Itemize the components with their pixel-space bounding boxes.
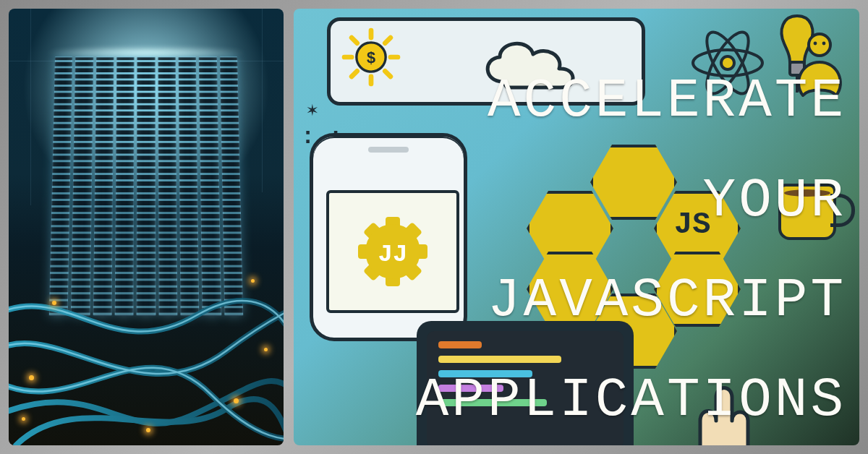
headline-line-1: Accelerate <box>488 74 846 129</box>
sun-icon: $ <box>341 27 401 87</box>
headline: Accelerate Your Javascript Applications <box>401 74 846 428</box>
svg-point-17 <box>822 42 826 46</box>
headline-line-4: Applications <box>416 373 846 428</box>
svg-line-7 <box>385 38 391 43</box>
sun-symbol-label: $ <box>366 50 375 68</box>
headline-line-2: Your <box>703 174 846 228</box>
svg-line-6 <box>385 71 391 77</box>
svg-line-5 <box>352 38 357 43</box>
fiber-cables <box>9 272 284 445</box>
svg-point-16 <box>814 42 817 46</box>
svg-line-8 <box>352 71 357 77</box>
svg-point-12 <box>721 56 734 69</box>
svg-point-15 <box>809 34 830 56</box>
deco-asterisk-icon: ✶ <box>307 101 318 120</box>
headline-line-3: Javascript <box>488 273 846 328</box>
hero-banner: : : ✶ $ <box>294 9 859 445</box>
datacenter-image <box>9 9 284 445</box>
